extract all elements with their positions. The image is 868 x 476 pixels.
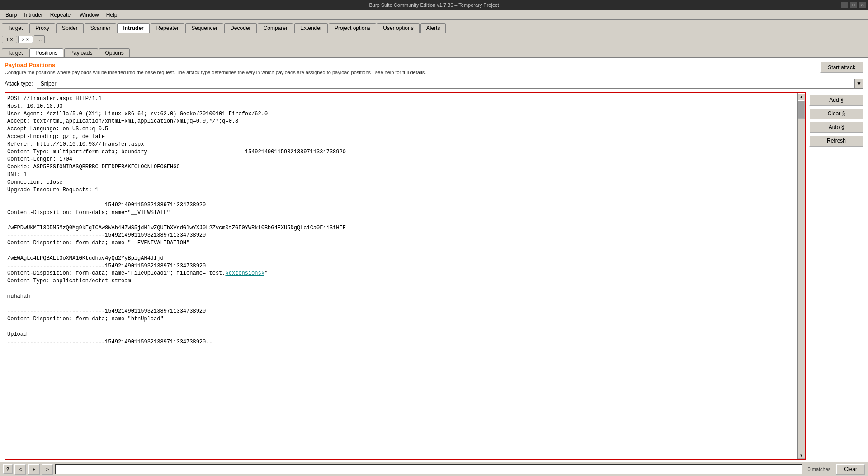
request-content[interactable]: POST //Transfer.aspx HTTP/1.1 Host: 10.1… — [5, 93, 797, 459]
tab-comparer[interactable]: Comparer — [258, 23, 293, 33]
sub-tab-target[interactable]: Target — [2, 48, 28, 57]
auto-section-button[interactable]: Auto § — [809, 121, 863, 133]
scrollbar[interactable]: ▲ ▼ — [797, 93, 805, 459]
tab-user-options[interactable]: User options — [377, 23, 419, 33]
attack-type-select[interactable]: Sniper Battering ram Pitchfork Cluster b… — [37, 79, 863, 89]
menu-window[interactable]: Window — [76, 11, 103, 19]
clear-section-button[interactable]: Clear § — [809, 108, 863, 119]
tab-spider[interactable]: Spider — [56, 23, 84, 33]
attack-type-select-wrapper[interactable]: Sniper Battering ram Pitchfork Cluster b… — [37, 79, 863, 89]
sub-tab-bar: Target Positions Payloads Options — [0, 45, 868, 58]
scroll-up-button[interactable]: ▲ — [798, 93, 805, 100]
bottom-toolbar: ? < + > 0 matches Clear — [0, 462, 868, 476]
scroll-down-button[interactable]: ▼ — [798, 452, 805, 459]
tab-intruder[interactable]: Intruder — [117, 23, 149, 33]
main-content: Payload Positions Configure the position… — [0, 58, 868, 476]
tab-sequencer[interactable]: Sequencer — [185, 23, 223, 33]
attack-type-row: Attack type: Sniper Battering ram Pitchf… — [0, 77, 868, 90]
payload-header: Payload Positions Configure the position… — [0, 58, 868, 77]
sub-tab-options[interactable]: Options — [99, 48, 129, 57]
num-tab-1[interactable]: 1 × — [2, 36, 17, 43]
main-tab-bar: Target Proxy Spider Scanner Intruder Rep… — [0, 20, 868, 33]
sub-tab-positions[interactable]: Positions — [29, 48, 63, 57]
refresh-button[interactable]: Refresh — [809, 135, 863, 147]
request-text-before: POST //Transfer.aspx HTTP/1.1 Host: 10.1… — [7, 95, 349, 345]
tab-repeater[interactable]: Repeater — [151, 23, 184, 33]
menu-burp[interactable]: Burp — [2, 11, 20, 19]
clear-button[interactable]: Clear — [836, 464, 865, 475]
window-title: Burp Suite Community Edition v1.7.36 – T… — [369, 2, 499, 8]
tab-decoder[interactable]: Decoder — [224, 23, 256, 33]
payload-positions-description: Configure the positions where payloads w… — [5, 70, 426, 75]
menu-repeater[interactable]: Repeater — [47, 11, 76, 19]
right-button-panel: Add § Clear § Auto § Refresh — [809, 92, 863, 460]
num-tab-ellipsis[interactable]: ... — [34, 35, 45, 43]
tab-extender[interactable]: Extender — [294, 23, 328, 33]
scroll-thumb[interactable] — [798, 100, 805, 119]
attack-type-label: Attack type: — [5, 81, 33, 87]
help-button[interactable]: ? — [3, 464, 13, 474]
payload-positions-title: Payload Positions — [5, 62, 426, 68]
window-controls[interactable]: _ □ ✕ — [841, 2, 866, 8]
match-count: 0 matches — [804, 466, 835, 472]
num-tab-2[interactable]: 2 × — [18, 36, 33, 43]
tab-project-options[interactable]: Project options — [329, 23, 376, 33]
editor-area: POST //Transfer.aspx HTTP/1.1 Host: 10.1… — [0, 90, 868, 462]
scroll-track[interactable] — [798, 100, 805, 452]
next-button[interactable]: > — [42, 464, 53, 475]
close-button[interactable]: ✕ — [859, 2, 866, 8]
start-attack-button[interactable]: Start attack — [820, 62, 863, 73]
sub-tab-payloads[interactable]: Payloads — [64, 48, 98, 57]
minimize-button[interactable]: _ — [841, 2, 848, 8]
payload-header-left: Payload Positions Configure the position… — [5, 62, 426, 75]
request-editor[interactable]: POST //Transfer.aspx HTTP/1.1 Host: 10.1… — [5, 92, 806, 460]
prev-button[interactable]: < — [14, 464, 26, 475]
tab-proxy[interactable]: Proxy — [29, 23, 55, 33]
search-input[interactable] — [55, 464, 802, 474]
title-bar: Burp Suite Community Edition v1.7.36 – T… — [0, 0, 868, 10]
tab-target[interactable]: Target — [2, 23, 28, 33]
add-button[interactable]: + — [28, 464, 40, 475]
menu-help[interactable]: Help — [103, 11, 121, 19]
menu-bar: Burp Intruder Repeater Window Help — [0, 10, 868, 20]
tab-scanner[interactable]: Scanner — [85, 23, 117, 33]
tab-alerts[interactable]: Alerts — [420, 23, 446, 33]
number-tab-bar: 1 × 2 × ... — [0, 33, 868, 45]
maximize-button[interactable]: □ — [850, 2, 857, 8]
payload-highlight: §extensions§ — [225, 270, 264, 276]
menu-intruder[interactable]: Intruder — [20, 11, 46, 19]
add-section-button[interactable]: Add § — [809, 94, 863, 106]
